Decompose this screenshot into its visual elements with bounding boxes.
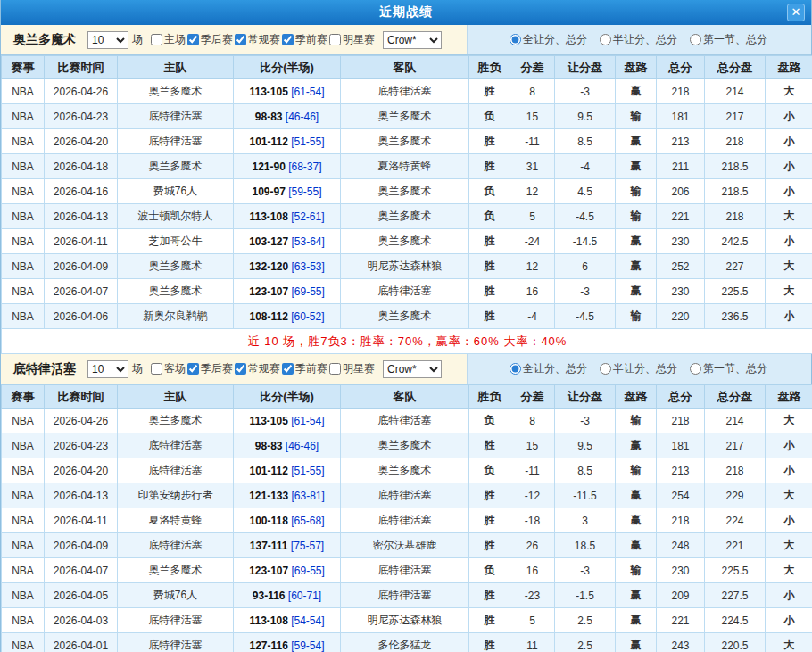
- cell-league: NBA: [2, 304, 45, 329]
- odds-type-radio[interactable]: 全让分、总分: [510, 32, 587, 47]
- checkbox-input[interactable]: [282, 363, 294, 375]
- half-time-score: [60-52]: [288, 310, 325, 323]
- close-icon[interactable]: ✕: [787, 4, 805, 21]
- cell-handicap-line: -4.5: [555, 204, 616, 229]
- cell-date: 2026-04-11: [45, 508, 118, 533]
- checkbox-label: 常规赛: [248, 32, 280, 47]
- cell-score: 103-127 [53-64]: [234, 229, 341, 254]
- checkbox-input[interactable]: [235, 34, 246, 45]
- checkbox-input[interactable]: [187, 34, 199, 45]
- cell-score: 101-112 [51-55]: [234, 129, 341, 154]
- radio-input[interactable]: [600, 34, 611, 45]
- cell-handicap-result: 赢: [616, 508, 657, 533]
- checkbox-input[interactable]: [235, 363, 246, 375]
- radio-label: 第一节、总分: [703, 32, 767, 47]
- bookmaker-select[interactable]: Crow*: [383, 360, 442, 378]
- cell-win-loss: 负: [469, 179, 510, 204]
- header-row: 赛事比赛时间主队比分(半场)客队胜负分差让分盘盘路总分总分盘盘路: [2, 56, 812, 79]
- cell-handicap-result: 赢: [616, 633, 657, 652]
- filter-checkbox[interactable]: 季前赛: [282, 361, 327, 376]
- full-time-score: 93-116: [253, 590, 286, 602]
- cell-handicap-result: 赢: [616, 229, 657, 254]
- half-time-score: [69-55]: [288, 285, 325, 298]
- filter-checkbox[interactable]: 客场: [151, 361, 186, 376]
- cell-home-team: 芝加哥公牛: [118, 229, 234, 254]
- column-header: 盘路: [616, 56, 657, 79]
- full-time-score: 101-112: [249, 465, 287, 477]
- half-time-score: [46-46]: [283, 111, 319, 123]
- odds-type-radio-group: 全让分、总分半让分、总分第一节、总分: [467, 354, 811, 384]
- cell-handicap-line: -14.5: [555, 229, 616, 254]
- half-time-score: [52-61]: [288, 210, 325, 223]
- filter-checkbox[interactable]: 常规赛: [235, 32, 280, 47]
- radio-input[interactable]: [690, 363, 701, 375]
- cell-handicap-result: 赢: [616, 433, 657, 458]
- cell-total-points: 248: [657, 533, 705, 558]
- cell-score: 101-112 [51-55]: [234, 458, 341, 483]
- odds-type-radio[interactable]: 半让分、总分: [600, 361, 677, 376]
- radio-input[interactable]: [510, 34, 521, 45]
- games-count-suffix: 场: [132, 32, 143, 47]
- cell-handicap-result: 输: [616, 558, 657, 583]
- filter-checkbox[interactable]: 明星赛: [329, 361, 375, 376]
- cell-home-team: 费城76人: [118, 179, 234, 204]
- half-time-score: [59-55]: [286, 186, 322, 198]
- cell-away-team: 明尼苏达森林狼: [341, 608, 469, 633]
- radio-input[interactable]: [510, 363, 521, 375]
- filter-checkbox-group: 客场季后赛常规赛季前赛明星赛: [151, 361, 377, 376]
- column-header: 总分: [657, 385, 705, 409]
- cell-point-diff: 16: [510, 558, 555, 583]
- cell-total-line: 214: [705, 79, 766, 104]
- checkbox-input[interactable]: [329, 363, 341, 375]
- half-time-score: [75-57]: [288, 540, 325, 552]
- cell-home-team: 奥兰多魔术: [118, 409, 234, 433]
- odds-type-radio[interactable]: 第一节、总分: [690, 32, 767, 47]
- checkbox-input[interactable]: [187, 363, 199, 375]
- filter-checkbox[interactable]: 常规赛: [235, 361, 280, 376]
- cell-score: 137-111 [75-57]: [234, 533, 341, 558]
- game-row: NBA2026-04-07奥兰多魔术123-107 [69-55]底特律活塞负1…: [2, 558, 812, 583]
- game-row: NBA2026-04-03底特律活塞113-108 [54-54]明尼苏达森林狼…: [2, 608, 812, 633]
- full-time-score: 113-108: [249, 615, 287, 627]
- cell-total-line: 225.5: [705, 279, 766, 304]
- filter-checkbox[interactable]: 明星赛: [329, 32, 375, 47]
- cell-away-team: 多伦多猛龙: [341, 633, 469, 652]
- filter-checkbox[interactable]: 季后赛: [187, 361, 233, 376]
- header-row: 赛事比赛时间主队比分(半场)客队胜负分差让分盘盘路总分总分盘盘路: [2, 385, 812, 409]
- cell-date: 2026-04-05: [45, 583, 118, 608]
- cell-league: NBA: [2, 533, 45, 558]
- cell-away-team: 底特律活塞: [341, 279, 469, 304]
- cell-handicap-line: 18.5: [555, 533, 616, 558]
- cell-point-diff: -11: [510, 458, 555, 483]
- filter-checkbox[interactable]: 季前赛: [282, 32, 327, 47]
- checkbox-input[interactable]: [329, 34, 341, 45]
- summary-text: 近 10 场，胜7负3：胜率：70%，赢率：60% 大率：40%: [2, 329, 812, 354]
- odds-type-radio[interactable]: 第一节、总分: [690, 361, 767, 376]
- filter-checkbox[interactable]: 季后赛: [187, 32, 233, 47]
- odds-type-radio[interactable]: 全让分、总分: [510, 361, 587, 376]
- filter-checkbox[interactable]: 主场: [151, 32, 186, 47]
- cell-win-loss: 胜: [469, 154, 510, 179]
- cell-league: NBA: [2, 458, 45, 483]
- cell-total-points: 181: [657, 104, 705, 129]
- cell-total-points: 230: [657, 558, 705, 583]
- cell-home-team: 底特律活塞: [118, 608, 234, 633]
- games-count-select[interactable]: 10: [87, 31, 128, 49]
- column-header: 比赛时间: [45, 385, 118, 409]
- checkbox-input[interactable]: [151, 363, 162, 375]
- cell-total-line: 227.5: [705, 583, 766, 608]
- odds-type-radio[interactable]: 半让分、总分: [600, 32, 677, 47]
- cell-away-team: 底特律活塞: [341, 409, 469, 433]
- checkbox-input[interactable]: [151, 34, 162, 45]
- cell-handicap-result: 赢: [616, 608, 657, 633]
- radio-input[interactable]: [690, 34, 701, 45]
- cell-date: 2026-04-13: [45, 483, 118, 508]
- full-time-score: 101-112: [249, 136, 287, 148]
- radio-input[interactable]: [600, 363, 611, 375]
- sections-container: 奥兰多魔术 10 场 主场季后赛常规赛季前赛明星赛 Crow* 全让分、总分半让…: [1, 25, 811, 652]
- checkbox-input[interactable]: [282, 34, 294, 45]
- bookmaker-select[interactable]: Crow*: [383, 31, 442, 49]
- cell-score: 113-108 [54-54]: [234, 608, 341, 633]
- games-count-select[interactable]: 10: [87, 360, 128, 378]
- cell-handicap-result: 赢: [616, 129, 657, 154]
